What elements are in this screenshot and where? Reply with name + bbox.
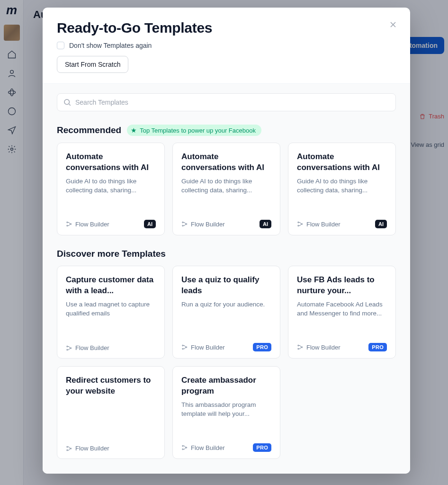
card-desc: This ambassador program template will he… [181, 401, 271, 419]
recommended-header: Recommended ★ Top Templates to power up … [57, 125, 396, 136]
discover-header: Discover more Templates [57, 249, 396, 259]
template-card[interactable]: Automate conversations with AI Guide AI … [57, 143, 165, 235]
svg-point-13 [298, 225, 299, 226]
svg-point-14 [301, 224, 302, 225]
svg-point-5 [64, 99, 70, 105]
flow-icon [181, 221, 188, 227]
flow-icon [181, 444, 188, 451]
flow-builder-label: Flow Builder [66, 445, 109, 452]
flow-builder-label: Flow Builder [297, 221, 340, 228]
dont-show-checkbox-row[interactable]: Don't show Templates again [57, 42, 396, 49]
svg-point-12 [298, 222, 299, 223]
ai-tag: AI [260, 220, 271, 228]
svg-point-28 [182, 449, 183, 449]
template-card[interactable]: Automate conversations with AI Guide AI … [288, 143, 396, 235]
template-card[interactable]: Automate conversations with AI Guide AI … [172, 143, 280, 235]
modal-header: Ready-to-Go Templates Don't show Templat… [43, 8, 410, 84]
flow-builder-label: Flow Builder [181, 344, 225, 351]
search-icon [63, 98, 72, 107]
svg-point-29 [186, 447, 187, 448]
pro-tag: PRO [253, 443, 271, 452]
dont-show-label: Don't show Templates again [69, 42, 152, 49]
svg-point-16 [67, 349, 68, 350]
template-card[interactable]: Create ambassador program This ambassado… [172, 366, 280, 459]
svg-point-19 [182, 348, 183, 349]
flow-icon [66, 345, 72, 351]
recommended-grid: Automate conversations with AI Guide AI … [57, 143, 396, 235]
templates-modal: Ready-to-Go Templates Don't show Templat… [43, 8, 410, 474]
card-title: Automate conversations with AI [181, 152, 271, 173]
card-desc: Automate Facebook Ad Leads and Messenger… [297, 300, 387, 318]
start-from-scratch-button[interactable]: Start From Scratch [57, 56, 128, 73]
svg-point-21 [298, 345, 299, 346]
flow-builder-label: Flow Builder [181, 444, 225, 451]
card-title: Redirect customers to your website [66, 375, 156, 397]
card-desc: Guide AI to do things like collecting da… [297, 177, 387, 195]
svg-point-8 [70, 224, 71, 225]
flow-builder-label: Flow Builder [297, 344, 340, 351]
modal-body: Recommended ★ Top Templates to power up … [43, 84, 410, 474]
card-title: Create ambassador program [181, 375, 271, 397]
svg-point-7 [67, 225, 68, 226]
ai-tag: AI [375, 220, 387, 228]
svg-point-22 [298, 348, 299, 349]
svg-point-6 [67, 222, 68, 223]
svg-point-20 [186, 347, 187, 348]
star-icon: ★ [131, 126, 137, 134]
flow-icon [66, 221, 72, 227]
template-card[interactable]: Redirect customers to your website Flow … [57, 366, 165, 459]
card-title: Automate conversations with AI [66, 152, 156, 173]
card-desc: Guide AI to do things like collecting da… [66, 177, 156, 195]
svg-point-15 [67, 346, 68, 347]
flow-icon [297, 344, 304, 350]
svg-point-24 [67, 446, 68, 447]
pro-tag: PRO [253, 343, 271, 351]
recommended-title: Recommended [57, 125, 121, 135]
close-icon[interactable] [386, 18, 400, 31]
discover-title: Discover more Templates [57, 249, 166, 259]
search-input[interactable] [75, 99, 390, 106]
top-templates-badge: ★ Top Templates to power up your Faceboo… [127, 125, 261, 136]
pro-tag: PRO [368, 343, 387, 351]
discover-grid: Capture customer data with a lead... Use… [57, 266, 396, 459]
svg-point-9 [182, 222, 183, 223]
svg-point-27 [182, 445, 183, 446]
template-card[interactable]: Use FB Ads leads to nurture your... Auto… [288, 266, 396, 359]
checkbox[interactable] [57, 42, 64, 49]
template-card[interactable]: Capture customer data with a lead... Use… [57, 266, 165, 359]
flow-builder-label: Flow Builder [66, 344, 109, 351]
svg-point-11 [186, 224, 187, 225]
card-desc: Use a lead magnet to capture qualified e… [66, 300, 156, 318]
svg-point-23 [301, 347, 302, 348]
svg-point-10 [182, 225, 183, 226]
svg-point-17 [70, 347, 71, 348]
flow-builder-label: Flow Builder [66, 221, 109, 228]
modal-title: Ready-to-Go Templates [57, 20, 396, 36]
flow-builder-label: Flow Builder [181, 221, 225, 228]
card-title: Use a quiz to qualify leads [181, 275, 271, 296]
card-desc: Run a quiz for your audience. [181, 300, 271, 309]
search-field[interactable] [57, 93, 396, 111]
svg-point-25 [67, 449, 68, 450]
template-card[interactable]: Use a quiz to qualify leads Run a quiz f… [172, 266, 280, 359]
card-title: Use FB Ads leads to nurture your... [297, 275, 387, 296]
flow-icon [66, 445, 72, 452]
flow-icon [181, 344, 188, 350]
flow-icon [297, 221, 304, 227]
svg-point-18 [182, 345, 183, 346]
card-desc: Guide AI to do things like collecting da… [181, 177, 271, 195]
ai-tag: AI [144, 220, 156, 228]
card-title: Capture customer data with a lead... [66, 275, 156, 296]
svg-point-26 [70, 448, 71, 449]
card-title: Automate conversations with AI [297, 152, 387, 173]
